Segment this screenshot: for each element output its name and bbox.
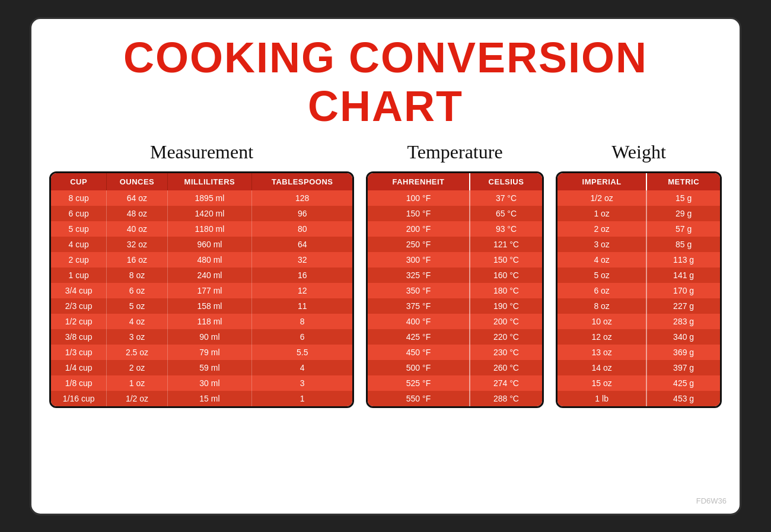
table-cell: 64 <box>252 237 352 252</box>
col-header: CELSIUS <box>470 173 542 190</box>
table-cell: 6 cup <box>51 206 107 221</box>
table-row: 2 cup16 oz480 ml32 <box>51 252 352 267</box>
table-cell: 30 ml <box>167 375 252 391</box>
table-cell: 397 g <box>646 360 720 375</box>
table-cell: 93 °C <box>470 221 542 237</box>
table-cell: 5 oz <box>107 298 167 314</box>
table-cell: 3 oz <box>107 329 167 345</box>
table-row: 350 °F180 °C <box>368 283 542 298</box>
table-row: 550 °F288 °C <box>368 391 542 406</box>
table-cell: 150 °C <box>470 252 542 267</box>
table-cell: 16 <box>252 267 352 283</box>
table-cell: 2/3 cup <box>51 298 107 314</box>
table-cell: 525 °F <box>368 375 470 391</box>
table-cell: 4 cup <box>51 237 107 252</box>
table-cell: 1 <box>252 391 352 406</box>
table-cell: 177 ml <box>167 283 252 298</box>
table-cell: 220 °C <box>470 329 542 345</box>
measurement-section: Measurement CUPOUNCESMILLILITERSTABLESPO… <box>49 141 354 408</box>
main-title: COOKING CONVERSION CHART <box>49 33 722 130</box>
col-header: TABLESPOONS <box>252 173 352 190</box>
table-cell: 190 °C <box>470 298 542 314</box>
table-cell: 6 oz <box>107 283 167 298</box>
table-cell: 375 °F <box>368 298 470 314</box>
table-row: 300 °F150 °C <box>368 252 542 267</box>
table-cell: 340 g <box>646 329 720 345</box>
table-cell: 1895 ml <box>167 190 252 206</box>
table-row: 1/8 cup1 oz30 ml3 <box>51 375 352 391</box>
table-cell: 250 °F <box>368 237 470 252</box>
table-row: 1/2 cup4 oz118 ml8 <box>51 314 352 329</box>
table-row: 425 °F220 °C <box>368 329 542 345</box>
table-cell: 150 °F <box>368 206 470 221</box>
table-cell: 1/3 cup <box>51 345 107 360</box>
table-cell: 283 g <box>646 314 720 329</box>
table-cell: 1/4 cup <box>51 360 107 375</box>
table-cell: 90 ml <box>167 329 252 345</box>
table-cell: 8 <box>252 314 352 329</box>
table-cell: 4 oz <box>107 314 167 329</box>
table-cell: 160 °C <box>470 267 542 283</box>
table-cell: 121 °C <box>470 237 542 252</box>
table-cell: 8 oz <box>107 267 167 283</box>
table-cell: 5 cup <box>51 221 107 237</box>
table-cell: 200 °F <box>368 221 470 237</box>
table-row: 1/4 cup2 oz59 ml4 <box>51 360 352 375</box>
table-cell: 14 oz <box>557 360 646 375</box>
table-cell: 32 oz <box>107 237 167 252</box>
card: COOKING CONVERSION CHART Measurement CUP… <box>30 17 741 515</box>
table-cell: 400 °F <box>368 314 470 329</box>
table-row: 15 oz425 g <box>557 375 720 391</box>
table-cell: 2.5 oz <box>107 345 167 360</box>
table-cell: 350 °F <box>368 283 470 298</box>
temperature-table: FAHRENHEITCELSIUS 100 °F37 °C150 °F65 °C… <box>366 171 544 408</box>
table-cell: 300 °F <box>368 252 470 267</box>
table-cell: 15 g <box>646 190 720 206</box>
table-cell: 64 oz <box>107 190 167 206</box>
weight-table: IMPERIALMETRIC 1/2 oz15 g1 oz29 g2 oz57 … <box>556 171 722 408</box>
table-cell: 6 <box>252 329 352 345</box>
table-cell: 200 °C <box>470 314 542 329</box>
table-row: 1/2 oz15 g <box>557 190 720 206</box>
temperature-title: Temperature <box>407 141 502 163</box>
table-cell: 960 ml <box>167 237 252 252</box>
table-cell: 3/4 cup <box>51 283 107 298</box>
table-cell: 1/2 oz <box>557 190 646 206</box>
table-cell: 32 <box>252 252 352 267</box>
table-row: 10 oz283 g <box>557 314 720 329</box>
table-cell: 2 oz <box>557 221 646 237</box>
table-cell: 1/2 oz <box>107 391 167 406</box>
table-cell: 113 g <box>646 252 720 267</box>
table-cell: 11 <box>252 298 352 314</box>
table-cell: 325 °F <box>368 267 470 283</box>
table-row: 500 °F260 °C <box>368 360 542 375</box>
col-header: CUP <box>51 173 107 190</box>
col-header: OUNCES <box>107 173 167 190</box>
table-cell: 10 oz <box>557 314 646 329</box>
col-header: FAHRENHEIT <box>368 173 470 190</box>
table-cell: 550 °F <box>368 391 470 406</box>
table-row: 250 °F121 °C <box>368 237 542 252</box>
table-row: 4 oz113 g <box>557 252 720 267</box>
table-row: 375 °F190 °C <box>368 298 542 314</box>
watermark: FD6W36 <box>696 496 727 505</box>
table-cell: 230 °C <box>470 345 542 360</box>
table-cell: 6 oz <box>557 283 646 298</box>
weight-title: Weight <box>611 141 666 163</box>
table-cell: 59 ml <box>167 360 252 375</box>
table-cell: 15 oz <box>557 375 646 391</box>
table-row: 1/3 cup2.5 oz79 ml5.5 <box>51 345 352 360</box>
table-cell: 118 ml <box>167 314 252 329</box>
table-cell: 4 <box>252 360 352 375</box>
table-cell: 3 oz <box>557 237 646 252</box>
table-row: 450 °F230 °C <box>368 345 542 360</box>
col-header: IMPERIAL <box>557 173 646 190</box>
table-row: 5 oz141 g <box>557 267 720 283</box>
table-row: 1 cup8 oz240 ml16 <box>51 267 352 283</box>
table-cell: 158 ml <box>167 298 252 314</box>
table-cell: 8 cup <box>51 190 107 206</box>
col-header: METRIC <box>646 173 720 190</box>
table-row: 100 °F37 °C <box>368 190 542 206</box>
table-row: 525 °F274 °C <box>368 375 542 391</box>
table-cell: 12 <box>252 283 352 298</box>
